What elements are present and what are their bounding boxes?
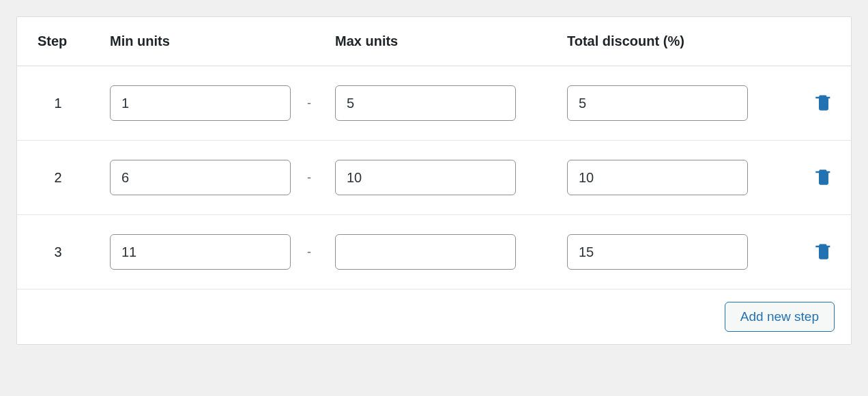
table-row: 2 - xyxy=(17,141,851,215)
range-separator: - xyxy=(307,245,311,259)
delete-step-button[interactable] xyxy=(811,165,836,191)
header-total-discount: Total discount (%) xyxy=(556,17,796,66)
step-number: 1 xyxy=(17,66,99,141)
table-row: 3 - xyxy=(17,215,851,289)
add-new-step-button[interactable]: Add new step xyxy=(725,302,835,332)
table-header-row: Step Min units Max units Total discount … xyxy=(17,17,851,66)
trash-icon xyxy=(814,93,833,114)
trash-icon xyxy=(814,167,833,188)
header-actions xyxy=(796,17,851,66)
discount-input[interactable] xyxy=(567,234,748,270)
discount-steps-table: Step Min units Max units Total discount … xyxy=(17,17,851,344)
step-number: 2 xyxy=(17,141,99,215)
header-step: Step xyxy=(17,17,99,66)
max-units-input[interactable] xyxy=(335,160,516,195)
step-number: 3 xyxy=(17,215,99,289)
trash-icon xyxy=(814,242,833,263)
max-units-input[interactable] xyxy=(335,234,516,270)
discount-input[interactable] xyxy=(567,160,748,195)
min-units-input[interactable] xyxy=(110,234,291,270)
discount-steps-panel: Step Min units Max units Total discount … xyxy=(16,16,852,345)
table-footer-row: Add new step xyxy=(17,289,851,345)
header-min-units: Min units xyxy=(99,17,324,66)
min-units-input[interactable] xyxy=(110,85,291,121)
table-row: 1 - xyxy=(17,66,851,141)
header-max-units: Max units xyxy=(324,17,556,66)
range-separator: - xyxy=(307,171,311,185)
min-units-input[interactable] xyxy=(110,160,291,195)
range-separator: - xyxy=(307,96,311,111)
delete-step-button[interactable] xyxy=(811,239,836,266)
discount-input[interactable] xyxy=(567,85,748,121)
delete-step-button[interactable] xyxy=(811,90,836,117)
max-units-input[interactable] xyxy=(335,85,516,121)
